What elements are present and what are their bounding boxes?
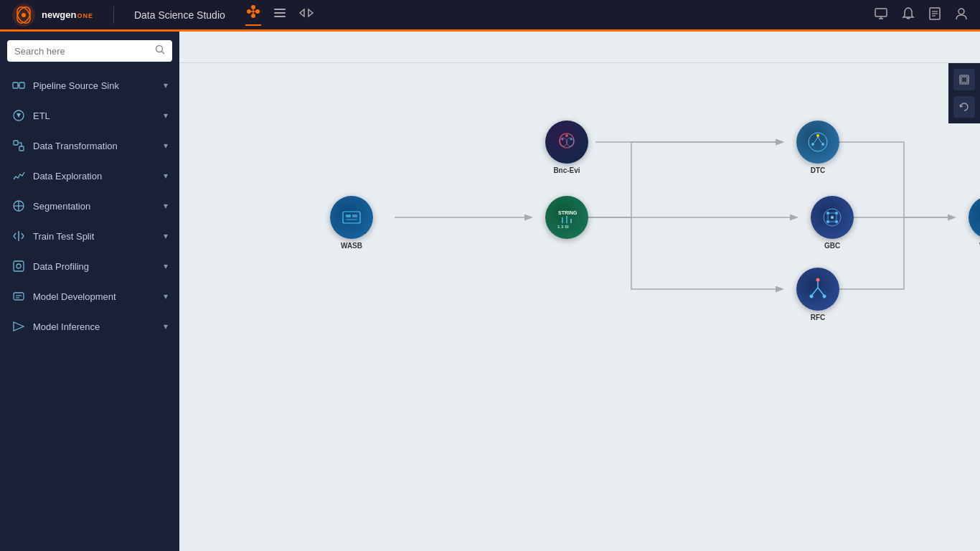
search-input[interactable]	[14, 46, 149, 57]
refresh-button[interactable]	[953, 96, 975, 118]
chevron-down-icon: ▾	[164, 171, 168, 181]
svg-rect-39	[14, 293, 24, 300]
svg-point-22	[958, 9, 964, 14]
nav-pipeline[interactable]	[245, 4, 261, 26]
svg-point-71	[826, 220, 829, 223]
chevron-down-icon: ▾	[164, 80, 168, 90]
chevron-down-icon: ▾	[164, 110, 168, 121]
user-icon[interactable]	[954, 6, 969, 24]
node-wasb-left-circle	[330, 196, 373, 239]
svg-marker-42	[14, 322, 24, 331]
sidebar-label-data-transformation: Data Transformation	[33, 141, 164, 151]
chevron-down-icon: ▾	[164, 291, 168, 301]
svg-point-6	[255, 9, 260, 14]
svg-point-63	[816, 134, 819, 137]
svg-point-82	[810, 295, 814, 298]
nav-code[interactable]	[298, 5, 314, 24]
svg-marker-13	[300, 9, 304, 17]
svg-line-24	[162, 52, 165, 55]
svg-point-52	[570, 138, 573, 141]
svg-point-3	[22, 13, 26, 17]
monitor-icon[interactable]	[874, 6, 888, 24]
node-string-circle: STRING 1 3 SI	[545, 196, 588, 239]
sidebar-label-train-test-split: Train Test Split	[33, 231, 164, 242]
layers-button[interactable]	[953, 69, 975, 90]
sidebar-item-model-development[interactable]: Model Development ▾	[0, 281, 179, 311]
sidebar-label-pipeline: Pipeline Source Sink	[33, 80, 164, 91]
header: newgen ONE Data Science Studio	[0, 0, 980, 32]
svg-marker-14	[308, 9, 313, 17]
sidebar-item-train-test-split[interactable]: Train Test Split ▾	[0, 221, 179, 251]
search-icon	[155, 44, 165, 57]
node-rfc[interactable]: RFC	[796, 268, 839, 321]
pipeline-icon	[245, 4, 261, 19]
svg-rect-15	[875, 9, 887, 17]
logo-text-block: newgen ONE	[42, 9, 93, 20]
model-inference-icon	[11, 319, 26, 334]
canvas-toolbar	[179, 32, 980, 63]
sidebar-item-pipeline-source-sink[interactable]: Pipeline Source Sink ▾	[0, 70, 179, 100]
data-profiling-icon	[11, 259, 26, 273]
node-bnc-evi-circle	[545, 121, 588, 164]
sidebar-item-segmentation[interactable]: Segmentation ▾	[0, 191, 179, 221]
svg-rect-89	[961, 77, 967, 83]
logo-brand: newgen	[42, 9, 76, 20]
model-development-icon	[11, 289, 26, 303]
svg-text:1  3 SI: 1 3 SI	[557, 225, 569, 229]
chevron-down-icon: ▾	[164, 261, 168, 271]
nav-list[interactable]	[273, 6, 287, 24]
segmentation-icon	[11, 199, 26, 213]
node-wasb-left-label: WASB	[341, 242, 362, 250]
bookmark-icon[interactable]	[928, 6, 941, 24]
svg-text:STRING: STRING	[558, 210, 578, 215]
sidebar-item-data-exploration[interactable]: Data Exploration ▾	[0, 161, 179, 191]
sidebar-label-data-profiling: Data Profiling	[33, 261, 164, 272]
svg-rect-25	[13, 83, 18, 88]
svg-point-81	[816, 278, 820, 282]
svg-point-70	[835, 212, 838, 215]
node-gbc[interactable]: GBC	[811, 196, 854, 250]
chevron-down-icon: ▾	[164, 141, 168, 151]
svg-point-38	[17, 264, 21, 268]
code-icon	[298, 5, 314, 21]
node-rfc-circle	[796, 268, 839, 311]
svg-rect-26	[19, 83, 24, 88]
list-icon	[273, 6, 287, 20]
pipeline-source-sink-icon	[11, 78, 26, 93]
sidebar-item-model-inference[interactable]: Model Inference ▾	[0, 311, 179, 342]
sidebar-label-segmentation: Segmentation	[33, 201, 164, 212]
node-wasb-right[interactable]: WASB	[969, 196, 980, 250]
svg-point-23	[156, 46, 163, 52]
canvas-area[interactable]: Bnc-Evi WASB STRING	[179, 32, 980, 551]
svg-point-50	[565, 134, 568, 137]
train-test-split-icon	[11, 229, 26, 243]
sidebar-label-etl: ETL	[33, 110, 164, 121]
chevron-down-icon: ▾	[164, 201, 168, 211]
logo-icon	[11, 3, 36, 27]
svg-rect-29	[14, 141, 18, 145]
right-sidebar	[948, 63, 980, 123]
logo-sub: ONE	[77, 12, 93, 19]
svg-rect-56	[346, 219, 357, 220]
search-box[interactable]	[7, 40, 172, 62]
node-dtc-circle	[796, 121, 839, 164]
node-gbc-circle	[811, 196, 854, 239]
node-dtc-label: DTC	[811, 166, 826, 174]
sidebar-item-data-profiling[interactable]: Data Profiling ▾	[0, 251, 179, 281]
svg-point-65	[821, 143, 824, 146]
svg-rect-53	[343, 212, 360, 223]
svg-line-66	[814, 137, 818, 143]
svg-point-5	[251, 5, 255, 9]
node-bnc-evi-label: Bnc-Evi	[553, 166, 580, 174]
node-string[interactable]: STRING 1 3 SI	[545, 196, 588, 242]
main-layout: Pipeline Source Sink ▾ ETL ▾	[0, 32, 980, 551]
svg-line-79	[812, 288, 818, 295]
flow-canvas[interactable]: Bnc-Evi WASB STRING	[179, 63, 980, 551]
bell-icon[interactable]	[901, 6, 915, 24]
sidebar-item-data-transformation[interactable]: Data Transformation ▾	[0, 131, 179, 161]
sidebar-item-etl[interactable]: ETL ▾	[0, 100, 179, 131]
node-dtc[interactable]: DTC	[796, 121, 839, 174]
node-bnc-evi[interactable]: Bnc-Evi	[545, 121, 588, 174]
node-wasb-left[interactable]: WASB	[330, 196, 373, 250]
svg-rect-54	[346, 215, 351, 217]
